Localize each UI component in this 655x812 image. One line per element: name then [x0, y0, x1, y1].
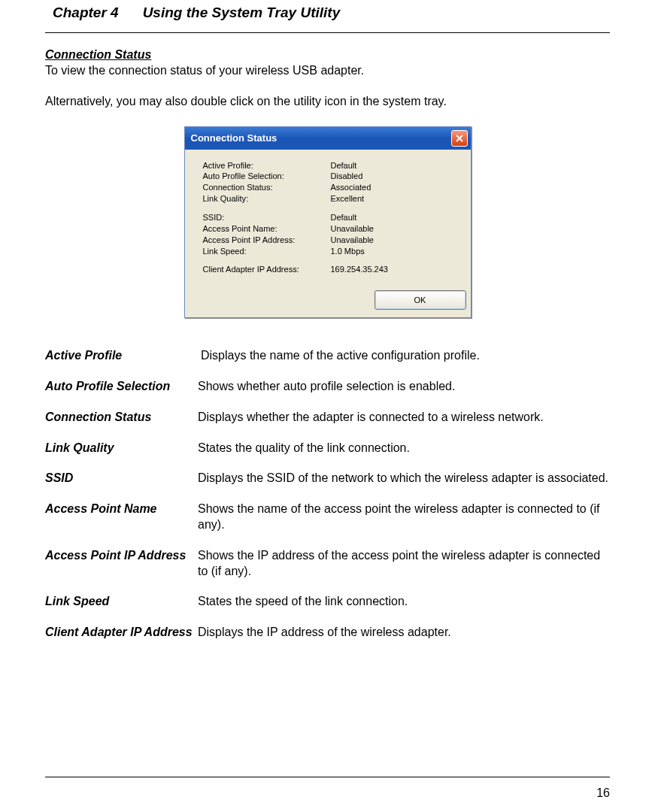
dialog-label: Link Quality: — [203, 193, 331, 205]
dialog-row: Connection Status:Associated — [203, 182, 463, 193]
section-heading: Connection Status — [45, 48, 610, 62]
ok-button[interactable]: OK — [375, 290, 466, 310]
intro-line-2: Alternatively, you may also double click… — [45, 94, 610, 110]
definition-desc: Displays whether the adapter is connecte… — [198, 410, 610, 426]
dialog-row: Link Speed:1.0 Mbps — [203, 246, 463, 257]
definition-term: Connection Status — [45, 410, 198, 426]
definition-term: Active Profile — [45, 348, 198, 364]
chapter-prefix: Chapter 4 — [53, 5, 143, 21]
dialog-body: Active Profile:Default Auto Profile Sele… — [185, 150, 471, 283]
definition-term: Auto Profile Selection — [45, 379, 198, 395]
dialog-row: Auto Profile Selection:Disabled — [203, 171, 463, 182]
dialog-value: Default — [331, 212, 357, 223]
dialog-value: Excellent — [331, 193, 365, 205]
dialog-value: Unavailable — [331, 223, 374, 235]
page: Chapter 4Using the System Tray Utility C… — [0, 0, 655, 812]
dialog-title: Connection Status — [191, 132, 277, 144]
dialog-row: SSID:Default — [203, 212, 463, 223]
dialog-label: Link Speed: — [203, 246, 331, 257]
dialog-label: Client Adapter IP Address: — [203, 264, 331, 275]
definition-term: Link Speed — [45, 594, 198, 610]
definition-desc: Shows the IP address of the access point… — [198, 548, 610, 580]
definition-term: SSID — [45, 471, 198, 486]
definition-row: Connection Status Displays whether the a… — [45, 410, 610, 426]
definition-desc: Displays the IP address of the wireless … — [198, 625, 610, 641]
dialog-row: Active Profile:Default — [203, 160, 463, 171]
page-number: 16 — [596, 786, 610, 800]
definition-row: Client Adapter IP Address Displays the I… — [45, 625, 610, 641]
definition-desc: States the speed of the link connection. — [198, 594, 610, 610]
definition-row: Access Point Name Shows the name of the … — [45, 501, 610, 533]
dialog-label: Access Point IP Address: — [203, 235, 331, 246]
definition-desc: States the quality of the link connectio… — [198, 441, 610, 456]
definition-term: Access Point Name — [45, 501, 198, 533]
dialog-label: Access Point Name: — [203, 223, 331, 235]
dialog-row: Access Point IP Address:Unavailable — [203, 235, 463, 246]
definition-desc: Shows whether auto profile selection is … — [198, 379, 610, 395]
chapter-title: Using the System Tray Utility — [143, 5, 341, 20]
connection-status-dialog: Connection Status Active Profile:Default… — [184, 126, 472, 319]
intro-line-1: To view the connection status of your wi… — [45, 63, 610, 79]
definition-desc: Shows the name of the access point the w… — [198, 501, 610, 533]
dialog-label: Connection Status: — [203, 182, 331, 193]
dialog-titlebar: Connection Status — [185, 127, 471, 150]
definition-row: Access Point IP Address Shows the IP add… — [45, 548, 610, 580]
dialog-value: Disabled — [331, 171, 363, 182]
dialog-label: Active Profile: — [203, 160, 331, 171]
dialog-value: Unavailable — [331, 235, 374, 246]
dialog-value: 1.0 Mbps — [331, 246, 365, 257]
dialog-label: Auto Profile Selection: — [203, 171, 331, 182]
definition-row: Link Speed States the speed of the link … — [45, 594, 610, 610]
chapter-header: Chapter 4Using the System Tray Utility — [45, 0, 610, 33]
dialog-value: 169.254.35.243 — [331, 264, 388, 275]
definition-row: Active Profile Displays the name of the … — [45, 348, 610, 364]
definition-term: Access Point IP Address — [45, 548, 198, 580]
dialog-value: Default — [331, 160, 357, 171]
definition-row: SSID Displays the SSID of the network to… — [45, 471, 610, 486]
dialog-row: Client Adapter IP Address:169.254.35.243 — [203, 264, 463, 275]
definitions-list: Active Profile Displays the name of the … — [45, 348, 610, 641]
dialog-label: SSID: — [203, 212, 331, 223]
definition-term: Link Quality — [45, 441, 198, 456]
dialog-row: Access Point Name:Unavailable — [203, 223, 463, 235]
ok-button-label: OK — [414, 295, 426, 304]
dialog-value: Associated — [331, 182, 371, 193]
close-icon — [456, 135, 463, 142]
definition-row: Auto Profile Selection Shows whether aut… — [45, 379, 610, 395]
close-button[interactable] — [451, 130, 468, 147]
definition-desc: Displays the SSID of the network to whic… — [198, 471, 610, 486]
definition-row: Link Quality States the quality of the l… — [45, 441, 610, 456]
footer-rule — [45, 777, 610, 777]
dialog-buttons: OK — [185, 283, 471, 317]
dialog-row: Link Quality:Excellent — [203, 193, 463, 205]
definition-term: Client Adapter IP Address — [45, 625, 198, 641]
definition-desc: Displays the name of the active configur… — [198, 348, 610, 364]
dialog-illustration: Connection Status Active Profile:Default… — [45, 126, 610, 319]
